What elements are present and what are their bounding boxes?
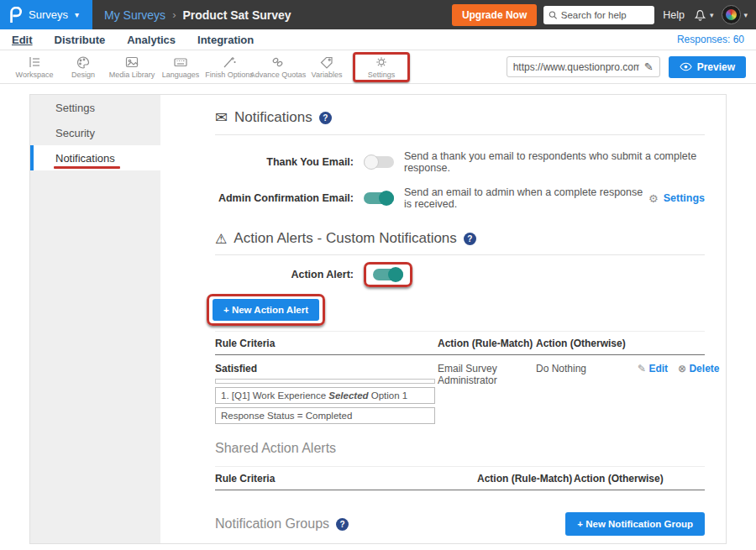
questionpro-logo-icon: [8, 7, 22, 24]
help-search-input[interactable]: [561, 10, 649, 20]
chain-icon: [270, 55, 286, 69]
col-action-rule-match: Action (Rule-Match): [477, 473, 574, 485]
survey-nav: Edit Distribute Analytics Integration Re…: [0, 29, 756, 50]
thank-you-email-toggle[interactable]: [364, 156, 394, 168]
col-rule-criteria: Rule Criteria: [215, 338, 438, 349]
toolbar-design[interactable]: Design: [59, 55, 108, 79]
top-bar: Surveys ▾ My Surveys › Product Sat Surve…: [0, 0, 756, 29]
toolbar-settings-label: Settings: [368, 71, 396, 79]
preview-button-label: Preview: [697, 61, 735, 73]
gear-icon: [374, 55, 389, 69]
col-rule-criteria: Rule Criteria: [215, 473, 477, 485]
tab-analytics[interactable]: Analytics: [127, 34, 176, 46]
account-menu[interactable]: ▾: [722, 5, 748, 24]
col-action-otherwise: Action (Otherwise): [536, 338, 638, 349]
edit-alert-link[interactable]: ✎ Edit: [638, 363, 668, 375]
notifications-bell-menu[interactable]: ▾: [693, 8, 714, 22]
edit-toolbar: Workspace Design Media Library Languages…: [0, 50, 756, 84]
section-title-shared-alerts: Shared Action Alerts: [215, 441, 336, 456]
responses-count[interactable]: Responses: 60: [677, 34, 744, 45]
tab-edit[interactable]: Edit: [12, 34, 33, 46]
pencil-icon: ✎: [638, 363, 648, 375]
warning-triangle-icon: ⚠: [215, 231, 227, 247]
section-title-notification-groups: Notification Groups: [215, 516, 329, 532]
toolbar-variables[interactable]: Variables: [302, 55, 351, 79]
keyboard-icon: [173, 55, 188, 69]
survey-url-input[interactable]: [513, 61, 639, 73]
col-action-rule-match: Action (Rule-Match): [438, 338, 536, 349]
help-search[interactable]: [543, 6, 654, 24]
criteria-item: 1. [Q1] Work Experience Selected Option …: [215, 387, 435, 404]
toolbar-advance-quotas[interactable]: Advance Quotas: [254, 55, 302, 79]
envelope-icon: ✉: [215, 108, 228, 127]
avatar: [722, 5, 741, 24]
help-link[interactable]: Help: [663, 9, 685, 21]
magnifier-icon: [549, 10, 558, 20]
breadcrumb-current-survey: Product Sat Survey: [182, 8, 291, 22]
action-alert-label: Action Alert:: [215, 269, 354, 280]
question-circle-icon[interactable]: ?: [464, 233, 476, 245]
workspace-icon: [27, 55, 42, 69]
admin-confirmation-email-label: Admin Confirmation Email:: [215, 192, 354, 204]
rule-status: Satisfied: [215, 363, 438, 375]
pencil-icon[interactable]: ✎: [644, 60, 654, 73]
action-alert-toggle[interactable]: [373, 269, 403, 280]
toolbar-languages[interactable]: Languages: [156, 55, 205, 79]
bell-icon: [693, 8, 707, 22]
col-action-otherwise: Action (Otherwise): [574, 473, 675, 485]
admin-email-settings-link[interactable]: ⚙ Settings: [648, 192, 705, 205]
toolbar-languages-label: Languages: [162, 71, 200, 79]
toolbar-variables-label: Variables: [312, 71, 343, 79]
breadcrumb-my-surveys[interactable]: My Surveys: [104, 8, 165, 22]
image-icon: [124, 55, 139, 69]
criteria-strip: [215, 379, 435, 384]
settings-card: Settings Security Notifications ✉ Notifi…: [29, 94, 727, 544]
rule-match-value: Email Survey Administrator: [438, 363, 536, 424]
sidebar-item-settings[interactable]: Settings: [30, 95, 160, 120]
toolbar-finish-options[interactable]: Finish Options: [205, 55, 254, 79]
gear-icon: ⚙: [648, 192, 659, 205]
preview-button[interactable]: Preview: [669, 56, 746, 78]
annotation-box-action-alert: [364, 262, 412, 287]
wand-icon: [222, 55, 237, 69]
otherwise-value: Do Nothing: [536, 363, 638, 424]
chevron-down-icon: ▾: [710, 11, 714, 19]
tab-integration[interactable]: Integration: [197, 34, 254, 46]
eye-icon: [680, 62, 692, 71]
question-circle-icon[interactable]: ?: [336, 518, 349, 531]
tab-distribute[interactable]: Distribute: [55, 34, 106, 46]
breadcrumb: My Surveys › Product Sat Survey: [104, 8, 452, 22]
surveys-menu[interactable]: Surveys ▾: [0, 0, 92, 29]
delete-alert-link[interactable]: ⊗ Delete: [678, 363, 719, 375]
notifications-panel: ✉ Notifications ? Thank You Email: Send …: [160, 95, 726, 543]
tag-icon: [319, 55, 334, 69]
thank-you-email-label: Thank You Email:: [215, 156, 354, 168]
new-action-alert-button[interactable]: + New Action Alert: [213, 299, 319, 321]
circled-x-icon: ⊗: [678, 363, 689, 375]
toolbar-design-label: Design: [71, 71, 95, 79]
toolbar-media-library[interactable]: Media Library: [108, 55, 156, 79]
action-alert-row: Satisfied 1. [Q1] Work Experience Select…: [215, 355, 705, 424]
sidebar-item-notifications[interactable]: Notifications: [30, 145, 160, 170]
admin-confirmation-email-desc: Send an email to admin when a complete r…: [404, 186, 648, 210]
new-notification-group-button[interactable]: + New Notification Group: [565, 512, 705, 536]
sidebar-item-security[interactable]: Security: [30, 120, 160, 145]
toolbar-workspace[interactable]: Workspace: [10, 55, 59, 79]
section-title-action-alerts: Action Alerts - Custom Notifications: [234, 230, 456, 247]
toolbar-settings[interactable]: Settings: [357, 55, 406, 79]
toolbar-finish-options-label: Finish Options: [205, 71, 254, 79]
chevron-down-icon: ▾: [743, 11, 748, 19]
surveys-menu-label: Surveys: [29, 8, 68, 21]
thank-you-email-desc: Send a thank you email to respondents wh…: [404, 150, 705, 174]
upgrade-now-button[interactable]: Upgrade Now: [452, 4, 537, 26]
annotation-underline-notifications: [54, 166, 120, 169]
toolbar-media-library-label: Media Library: [109, 71, 155, 79]
question-circle-icon[interactable]: ?: [319, 112, 332, 124]
criteria-item: Response Status = Completed: [215, 407, 435, 424]
admin-confirmation-email-toggle[interactable]: [364, 192, 394, 204]
settings-sidebar: Settings Security Notifications: [30, 95, 160, 543]
chevron-down-icon: ▾: [75, 10, 79, 19]
annotation-box-settings: Settings: [353, 52, 410, 82]
breadcrumb-separator: ›: [172, 8, 176, 21]
annotation-box-new-action-alert: + New Action Alert: [207, 294, 325, 326]
